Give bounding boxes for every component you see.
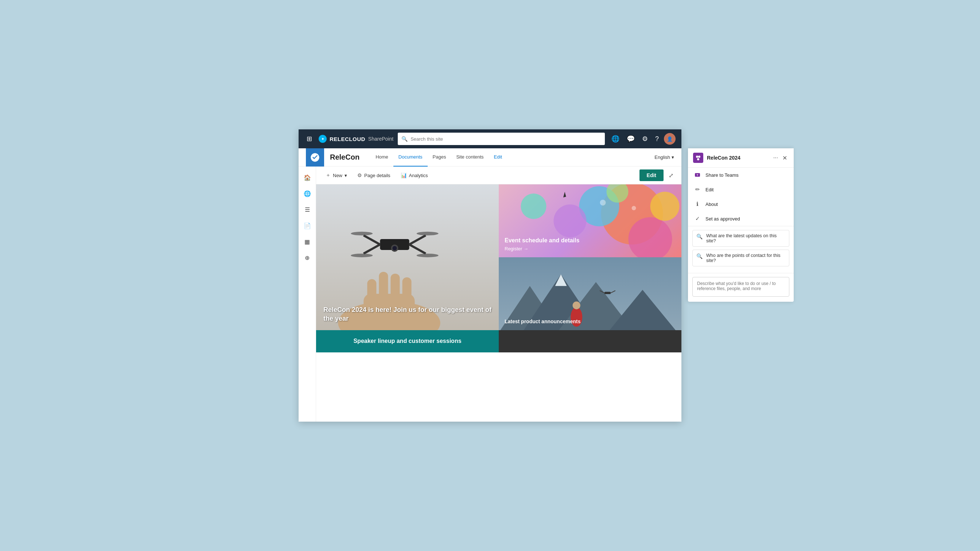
- new-chevron-icon: ▾: [345, 173, 347, 178]
- svg-point-28: [632, 206, 636, 210]
- panel-chat-input[interactable]: [692, 277, 789, 297]
- site-nav-links: Home Documents Pages Site contents Edit: [371, 148, 654, 167]
- svg-point-16: [351, 254, 372, 257]
- set-as-approved-item[interactable]: ✓ Set as approved: [688, 211, 794, 226]
- svg-point-17: [417, 254, 439, 257]
- svg-rect-6: [379, 272, 388, 299]
- edit-button[interactable]: Edit: [640, 170, 663, 181]
- svg-point-24: [651, 192, 679, 221]
- relecloud-logo-icon: ✦: [319, 135, 327, 143]
- sidebar-table-icon[interactable]: ▦: [301, 235, 314, 248]
- svg-point-23: [554, 205, 587, 237]
- top-navigation: ⊞ ✦ RELECLOUD SharePoint 🔍 🌐 💬 ⚙ ? 👤: [299, 129, 681, 148]
- svg-point-40: [696, 156, 698, 158]
- plus-icon: ＋: [326, 172, 331, 179]
- new-button[interactable]: ＋ New ▾: [322, 170, 351, 181]
- panel-header-actions: ··· ✕: [772, 153, 789, 163]
- svg-rect-8: [402, 277, 411, 299]
- edit-label: Edit: [705, 187, 713, 192]
- panel-close-btn[interactable]: ✕: [781, 153, 789, 163]
- expand-icon[interactable]: ⤢: [667, 170, 676, 181]
- svg-text:T: T: [697, 174, 698, 176]
- language-label: English: [654, 154, 670, 160]
- suggestion-text-1: What are the latest updates on this site…: [706, 233, 785, 243]
- panel-header: ReleCon 2024 ··· ✕: [688, 148, 794, 168]
- speaker-lineup-title: Speaker lineup and customer sessions: [353, 337, 461, 345]
- search-icon: 🔍: [401, 136, 407, 142]
- svg-rect-37: [605, 292, 611, 294]
- main-layout: 🏠 🌐 ☰ 📄 ▦ ⊕ ＋ New ▾ ⚙ Page details: [299, 167, 681, 422]
- edit-item[interactable]: ✏ Edit: [688, 182, 794, 197]
- nav-edit[interactable]: Edit: [489, 148, 507, 167]
- teams-icon: T: [694, 171, 701, 179]
- page-toolbar: ＋ New ▾ ⚙ Page details 📊 Analytics Edit …: [316, 167, 681, 184]
- panel-input-area: [688, 273, 794, 302]
- left-sidebar: 🏠 🌐 ☰ 📄 ▦ ⊕: [299, 167, 316, 422]
- hero-bottom-right: Speaker lineup and customer sessions: [316, 330, 499, 353]
- page-details-label: Page details: [364, 173, 390, 178]
- panel-copilot-icon: [693, 153, 703, 163]
- nav-site-contents[interactable]: Site contents: [451, 148, 488, 167]
- suggestion-text-2: Who are the points of contact for this s…: [706, 253, 785, 263]
- suggestion-search-icon-1: 🔍: [696, 233, 703, 240]
- svg-point-19: [392, 246, 397, 250]
- settings-btn[interactable]: ⚙: [640, 133, 650, 145]
- suggestion-item-1[interactable]: 🔍 What are the latest updates on this si…: [692, 230, 789, 247]
- edit-icon: ✏: [694, 186, 701, 193]
- search-bar[interactable]: 🔍: [398, 133, 605, 145]
- svg-point-42: [697, 158, 699, 160]
- hero-main: ReleCon 2024 is here! Join us for our bi…: [316, 184, 499, 330]
- language-icon-btn[interactable]: 🌐: [609, 133, 622, 145]
- analytics-button[interactable]: 📊 Analytics: [397, 170, 432, 180]
- chevron-down-icon: ▾: [671, 154, 674, 160]
- sidebar-globe-icon[interactable]: 🌐: [301, 187, 314, 200]
- chart-icon: 📊: [401, 172, 407, 178]
- suggestion-search-icon-2: 🔍: [696, 253, 703, 259]
- share-to-teams-item[interactable]: T Share to Teams: [688, 168, 794, 182]
- language-selector[interactable]: English ▾: [654, 154, 674, 160]
- brand-area: ✦ RELECLOUD SharePoint: [319, 135, 393, 143]
- hero-bottom-left: Latest product announcements: [499, 257, 681, 330]
- suggestion-item-2[interactable]: 🔍 Who are the points of contact for this…: [692, 249, 789, 267]
- svg-point-26: [521, 194, 547, 219]
- product-announcements-title: Latest product announcements: [504, 319, 581, 324]
- top-nav-actions: 🌐 💬 ⚙ ? 👤: [609, 133, 676, 145]
- nav-pages[interactable]: Pages: [428, 148, 451, 167]
- dropdown-menu: T Share to Teams ✏ Edit ℹ About ✓ Set as…: [688, 168, 794, 226]
- svg-point-15: [417, 232, 439, 235]
- hero-bottom-left-text: Latest product announcements: [504, 319, 581, 324]
- svg-point-27: [600, 200, 606, 205]
- site-logo-icon: [310, 152, 320, 162]
- analytics-label: Analytics: [409, 173, 428, 178]
- waffle-icon[interactable]: ⊞: [304, 133, 314, 145]
- share-to-teams-label: Share to Teams: [705, 172, 739, 178]
- about-item[interactable]: ℹ About: [688, 197, 794, 211]
- page-details-button[interactable]: ⚙ Page details: [354, 170, 394, 180]
- nav-home[interactable]: Home: [371, 148, 393, 167]
- side-panel: ReleCon 2024 ··· ✕ T Share to Teams ✏ Ed…: [688, 148, 794, 302]
- product-label: SharePoint: [368, 136, 393, 142]
- sidebar-add-icon[interactable]: ⊕: [301, 251, 314, 264]
- sidebar-list-icon[interactable]: ☰: [301, 203, 314, 216]
- nav-documents[interactable]: Documents: [393, 148, 428, 167]
- hero-grid: ReleCon 2024 is here! Join us for our bi…: [316, 184, 681, 353]
- brand-name: RELECLOUD: [329, 136, 365, 142]
- svg-point-36: [573, 302, 581, 309]
- feedback-btn[interactable]: 💬: [625, 133, 637, 145]
- about-label: About: [705, 202, 718, 207]
- hero-top-right: Event schedule and details Register →: [499, 184, 681, 257]
- sidebar-home-icon[interactable]: 🏠: [301, 171, 314, 184]
- content-area: ＋ New ▾ ⚙ Page details 📊 Analytics Edit …: [316, 167, 681, 422]
- help-btn[interactable]: ?: [653, 133, 661, 145]
- avatar[interactable]: 👤: [664, 133, 676, 144]
- sidebar-file-icon[interactable]: 📄: [301, 219, 314, 232]
- site-logo: [306, 148, 324, 167]
- set-as-approved-label: Set as approved: [705, 216, 740, 222]
- info-icon: ℹ: [694, 200, 701, 208]
- svg-point-41: [698, 156, 700, 158]
- panel-more-btn[interactable]: ···: [772, 153, 780, 163]
- check-circle-icon: ✓: [694, 215, 701, 222]
- search-input[interactable]: [410, 136, 601, 142]
- bubbles-decoration: [499, 184, 681, 257]
- hero-bottom-right-text: Speaker lineup and customer sessions: [353, 337, 461, 345]
